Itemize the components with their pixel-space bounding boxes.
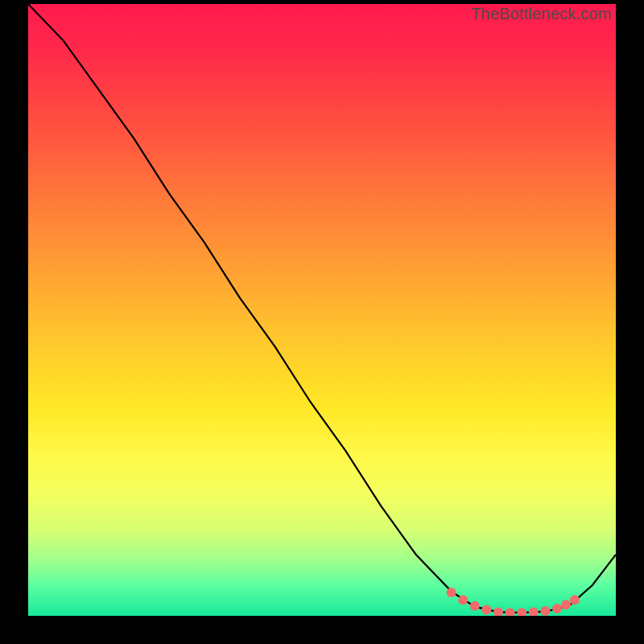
highlight-marker — [493, 607, 503, 616]
highlight-marker — [447, 588, 456, 597]
highlight-marker — [517, 608, 526, 616]
highlight-marker — [529, 607, 539, 616]
highlight-marker — [540, 606, 550, 616]
bottleneck-chart — [28, 4, 616, 616]
highlight-marker — [458, 595, 468, 605]
highlight-marker — [552, 604, 562, 613]
highlight-marker — [570, 595, 580, 605]
highlight-marker — [506, 608, 515, 616]
highlight-marker — [470, 601, 480, 611]
highlight-marker — [481, 605, 491, 614]
highlight-marker — [561, 600, 571, 609]
highlight-markers — [447, 588, 580, 616]
curve-line — [28, 4, 616, 613]
